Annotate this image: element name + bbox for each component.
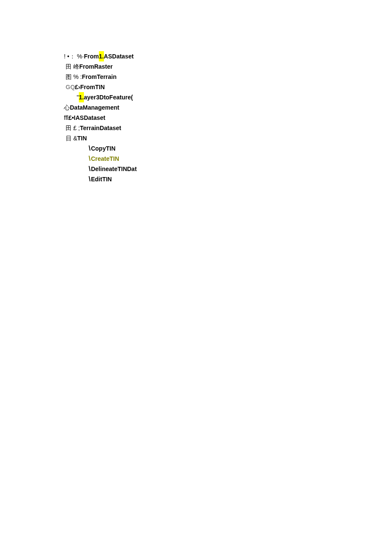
tree-label-part: ASDataset xyxy=(104,51,134,61)
tree-label: FromTIN xyxy=(80,82,105,92)
tree-item-ias-dataset[interactable]: ffl£•IASDataset xyxy=(64,113,392,123)
tree-label: TerrainDataset xyxy=(80,123,121,133)
tree-prefix: 日 & xyxy=(66,133,77,143)
backslash-icon: \ xyxy=(89,174,90,184)
tree-item-data-management[interactable]: 心 DataManagement xyxy=(64,102,392,113)
tree-container: ! •： %· From1.ASDataset 田 峰 FromRaster 图… xyxy=(0,0,392,184)
tree-mid: £› xyxy=(75,82,80,92)
tree-item-delineate-tin[interactable]: \ DelineateTINDat xyxy=(89,164,392,174)
tree-item-from-terrain[interactable]: 图 % : FromTerrain xyxy=(66,72,392,82)
tree-label: TIN xyxy=(77,133,87,143)
tree-label: IASDataset xyxy=(74,113,105,123)
tree-prefix-gray: GQ xyxy=(66,82,75,92)
highlighted-text: 1. xyxy=(99,51,104,61)
tree-prefix: 心 xyxy=(64,102,70,113)
highlighted-text: 1. xyxy=(79,92,84,102)
backslash-icon: \ xyxy=(89,164,90,174)
tree-item-from-asdataset[interactable]: ! •： %· From1.ASDataset xyxy=(64,51,392,61)
tree-prefix: 田 峰 xyxy=(66,61,79,72)
tree-item-copy-tin[interactable]: \ CopyTIN xyxy=(89,143,392,154)
tree-mid: £• xyxy=(69,113,74,123)
backslash-icon: \ xyxy=(89,143,90,154)
tree-label: EditTIN xyxy=(91,174,112,184)
tree-label: DelineateTINDat xyxy=(91,164,136,174)
tree-prefix: 田 £ ; xyxy=(66,123,80,133)
tree-item-edit-tin[interactable]: \ EditTIN xyxy=(89,174,392,184)
tree-item-terrain-dataset[interactable]: 田 £ ; TerrainDataset xyxy=(66,123,392,133)
tree-label: FromRaster xyxy=(79,61,113,72)
tree-prefix: ffl xyxy=(64,113,69,123)
tree-prefix: ! •： %· xyxy=(64,51,84,61)
backslash-icon: \ xyxy=(89,154,90,164)
tree-label-highlighted: CreateTIN xyxy=(91,154,119,164)
tree-label: DataManagement xyxy=(70,102,119,113)
tree-prefix: 图 % : xyxy=(66,72,82,82)
tree-label-part: ayer3DtoFeature( xyxy=(84,92,133,102)
tree-item-tin[interactable]: 日 & TIN xyxy=(66,133,392,143)
tree-label-part: From xyxy=(84,51,99,61)
tree-label: CopyTIN xyxy=(91,143,115,154)
tree-item-from-tin[interactable]: GQ£›FromTIN xyxy=(66,82,392,92)
tree-item-layer3d[interactable]: "1.ayer3DtoFeature( xyxy=(77,92,392,102)
tree-label: FromTerrain xyxy=(82,72,116,82)
tree-item-from-raster[interactable]: 田 峰 FromRaster xyxy=(66,61,392,72)
tree-item-create-tin[interactable]: \ CreateTIN xyxy=(89,154,392,164)
